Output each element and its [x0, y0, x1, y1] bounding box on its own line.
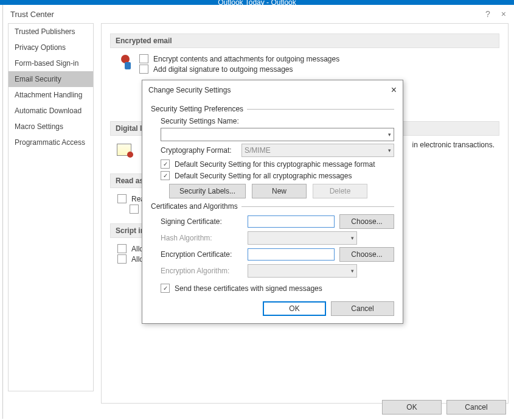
- app-titlebar: Outlook Today - Outlook: [0, 0, 514, 5]
- app-title: Outlook Today - Outlook: [218, 0, 296, 5]
